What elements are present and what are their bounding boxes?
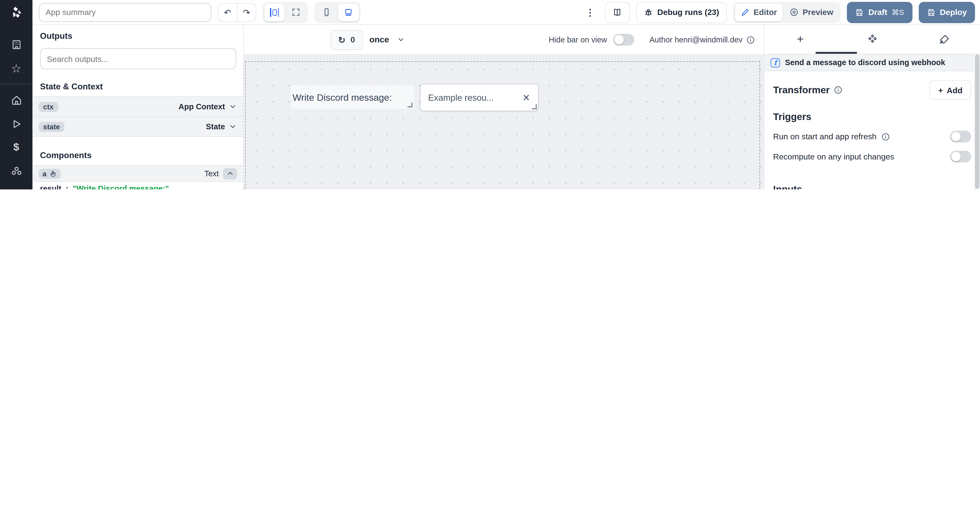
- function-icon: f: [771, 58, 780, 67]
- tab-editor[interactable]: Editor: [735, 3, 783, 21]
- run-on-start-label: Run on start and app refresh: [773, 132, 877, 141]
- debug-runs-button[interactable]: Debug runs (23): [636, 2, 727, 23]
- workspace-icon[interactable]: [0, 32, 32, 56]
- deploy-button[interactable]: Deploy: [918, 2, 975, 23]
- clear-icon[interactable]: [522, 93, 531, 102]
- fullscreen-button[interactable]: [286, 3, 306, 21]
- paintbrush-icon: [939, 34, 950, 45]
- tab-style[interactable]: [908, 25, 980, 54]
- fullscreen-icon: [291, 8, 301, 17]
- resize-handle[interactable]: [532, 104, 537, 109]
- redo-button[interactable]: ↷: [237, 3, 256, 21]
- undo-redo-group: ↶ ↷: [218, 3, 256, 22]
- runs-play-icon[interactable]: [0, 112, 32, 136]
- add-label: Add: [947, 85, 963, 95]
- refresh-count-button[interactable]: ↻ 0: [330, 30, 363, 50]
- recompute-toggle[interactable]: [950, 151, 971, 162]
- bug-icon: [644, 8, 653, 17]
- variables-dollar-icon[interactable]: $: [0, 136, 32, 159]
- property-row: result:"Write Discord message:": [32, 182, 243, 189]
- rail-divider: [0, 84, 32, 84]
- tab-preview-label: Preview: [803, 8, 833, 17]
- pencil-icon: [740, 8, 750, 17]
- home-icon[interactable]: [0, 88, 32, 112]
- text-component-value: Write Discord message:: [293, 92, 392, 102]
- resource-select-value: Example resou...: [428, 92, 494, 103]
- resize-handle[interactable]: [407, 103, 412, 108]
- chevron-down-icon[interactable]: [229, 123, 237, 130]
- tab-editor-label: Editor: [753, 8, 777, 17]
- plus-icon: +: [938, 85, 943, 95]
- save-icon: [855, 8, 864, 17]
- left-nav-rail: ☆ $: [0, 0, 32, 189]
- text-component[interactable]: Write Discord message:: [291, 85, 414, 109]
- info-icon[interactable]: [881, 132, 890, 141]
- draft-button[interactable]: Draft ⌘S: [847, 2, 912, 23]
- device-toggle-group: [314, 2, 361, 23]
- tab-insert-component[interactable]: +: [764, 25, 836, 54]
- context-label: State: [206, 122, 225, 131]
- resources-cubes-icon[interactable]: [0, 159, 32, 183]
- context-row-ctx[interactable]: ctxApp Context: [32, 96, 243, 117]
- docs-button[interactable]: [605, 2, 630, 23]
- info-icon[interactable]: [746, 35, 755, 44]
- hide-bar-label: Hide bar on view: [549, 35, 607, 44]
- right-scrollbar[interactable]: [974, 54, 980, 189]
- hand-pointer-icon: [50, 170, 57, 177]
- schedules-calendar-icon[interactable]: [0, 183, 32, 189]
- center-align-button[interactable]: [264, 3, 284, 21]
- frequency-value: once: [369, 35, 389, 44]
- component-type: Text: [204, 169, 219, 178]
- favorites-star-icon[interactable]: ☆: [0, 56, 32, 80]
- top-toolbar: ↶ ↷ ⋮ Debug runs (23): [32, 0, 980, 25]
- canvas-mode-group: [262, 2, 308, 23]
- book-icon: [612, 8, 622, 17]
- undo-button[interactable]: ↶: [218, 3, 237, 21]
- windmill-logo[interactable]: [0, 0, 32, 25]
- app-canvas[interactable]: Write Discord message: Example resou... …: [243, 54, 764, 189]
- tab-preview[interactable]: Preview: [784, 3, 839, 21]
- transformer-title: Transformer: [773, 84, 830, 96]
- component-id: a: [43, 170, 46, 177]
- canvas-toolbar: ↻ 0 once Hide bar on view Author henri@w…: [243, 25, 764, 54]
- right-panel-body: Transformer + Add Triggers Run on start …: [764, 71, 980, 189]
- components-title: Components: [40, 151, 235, 160]
- canvas-column: ↻ 0 once Hide bar on view Author henri@w…: [243, 25, 764, 189]
- state-context-title: State & Context: [40, 82, 235, 91]
- inputs-title: Inputs: [773, 184, 971, 189]
- editor-preview-tabs: Editor Preview: [733, 2, 841, 23]
- chevron-down-icon[interactable]: [229, 103, 237, 111]
- run-on-start-toggle[interactable]: [950, 130, 971, 142]
- mobile-view-button[interactable]: [316, 3, 337, 21]
- tab-component-settings[interactable]: [836, 25, 908, 54]
- eye-icon: [789, 8, 799, 17]
- frequency-dropdown[interactable]: once: [369, 35, 405, 44]
- more-menu-button[interactable]: ⋮: [582, 6, 598, 18]
- component-header-a[interactable]: aText: [32, 165, 243, 182]
- plus-icon: +: [797, 32, 804, 46]
- mobile-icon: [322, 8, 331, 17]
- context-badge: ctx: [39, 102, 58, 111]
- author-info: Author henri@windmill.dev: [649, 35, 755, 44]
- save-icon: [927, 8, 935, 17]
- selected-runnable-header: f Send a message to discord using webhoo…: [764, 54, 980, 71]
- chevron-down-icon: [397, 36, 406, 44]
- search-outputs-input[interactable]: [40, 48, 236, 69]
- refresh-icon: ↻: [338, 35, 345, 45]
- triggers-title: Triggers: [773, 111, 971, 123]
- app-summary-input[interactable]: [39, 3, 211, 22]
- author-label: Author henri@windmill.dev: [649, 35, 743, 44]
- add-transformer-button[interactable]: + Add: [929, 80, 971, 100]
- hide-bar-toggle[interactable]: [613, 34, 635, 46]
- context-row-state[interactable]: stateState: [32, 116, 243, 137]
- canvas-grid-boundary: [245, 61, 760, 189]
- collapse-button[interactable]: [223, 168, 237, 179]
- settings-panel: + f Send a message to discord using webh…: [764, 25, 980, 189]
- outputs-sidebar: Outputs State & Context ctxApp Contextst…: [32, 25, 243, 189]
- center-align-icon: [270, 8, 279, 17]
- desktop-view-button[interactable]: [338, 3, 359, 21]
- selected-runnable-title: Send a message to discord using webhook: [785, 58, 945, 67]
- right-panel-tabs: +: [764, 25, 980, 54]
- info-icon[interactable]: [834, 86, 843, 94]
- resource-select-component[interactable]: Example resou...: [420, 84, 539, 111]
